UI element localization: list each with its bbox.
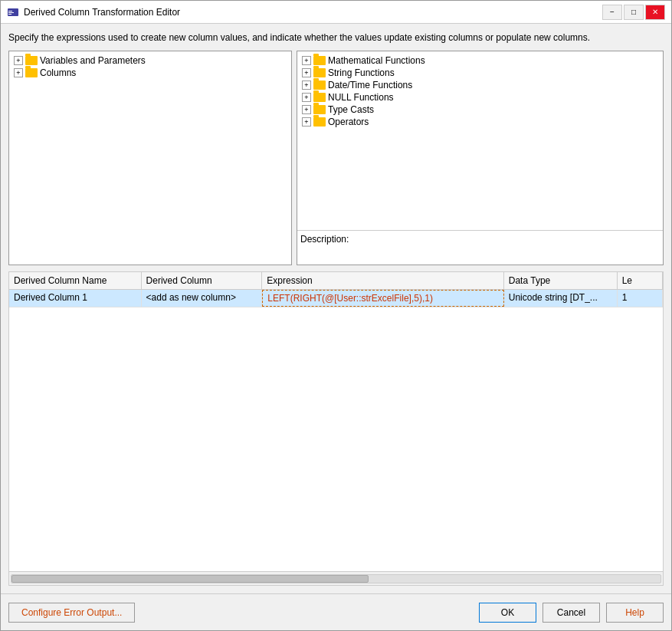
folder-icon-columns — [25, 68, 38, 77]
expand-operators-icon[interactable]: + — [302, 117, 311, 127]
minimize-button[interactable]: − — [602, 5, 622, 20]
expand-variables-icon[interactable]: + — [14, 56, 23, 65]
left-panel[interactable]: + Variables and Parameters + Columns — [8, 51, 292, 265]
description-label: Description: — [300, 234, 660, 245]
datetime-label: Date/Time Functions — [328, 80, 412, 90]
tree-item-columns[interactable]: + Columns — [12, 67, 288, 79]
window-title: Derived Column Transformation Editor — [24, 7, 180, 18]
tree-item-math[interactable]: + Mathematical Functions — [300, 54, 660, 67]
title-bar: Derived Column Transformation Editor − □… — [1, 1, 671, 24]
title-buttons: − □ ✕ — [602, 5, 665, 20]
ok-button[interactable]: OK — [479, 603, 536, 623]
grid-body[interactable]: Derived Column 1 <add as new column> LEF… — [9, 290, 663, 571]
configure-error-button[interactable]: Configure Error Output... — [8, 603, 135, 623]
folder-icon-null — [313, 93, 326, 102]
folder-icon-variables — [25, 56, 38, 65]
folder-icon-math — [313, 56, 326, 65]
cell-derived[interactable]: <add as new column> — [142, 290, 263, 307]
variables-label: Variables and Parameters — [40, 55, 146, 66]
content-area: Specify the expressions used to create n… — [1, 24, 671, 593]
cell-datatype[interactable]: Unicode string [DT_... — [504, 290, 618, 307]
svg-rect-1 — [8, 11, 12, 12]
col-header-expression: Expression — [262, 272, 503, 289]
svg-rect-3 — [8, 14, 11, 15]
col-header-datatype: Data Type — [504, 272, 618, 289]
tree-item-null[interactable]: + NULL Functions — [300, 91, 660, 104]
tree-item-variables[interactable]: + Variables and Parameters — [12, 54, 288, 67]
folder-icon-typecasts — [313, 105, 326, 114]
close-button[interactable]: ✕ — [645, 5, 665, 20]
expand-typecasts-icon[interactable]: + — [302, 105, 311, 114]
tree-item-datetime[interactable]: + Date/Time Functions — [300, 79, 660, 91]
right-panel-tree[interactable]: + Mathematical Functions + String Functi… — [297, 51, 663, 230]
folder-icon-string — [313, 68, 326, 77]
math-label: Mathematical Functions — [328, 55, 425, 66]
tree-item-typecasts[interactable]: + Type Casts — [300, 104, 660, 116]
expand-null-icon[interactable]: + — [302, 93, 311, 102]
expand-columns-icon[interactable]: + — [14, 68, 23, 77]
cell-length[interactable]: 1 — [618, 290, 663, 307]
tree-item-string[interactable]: + String Functions — [300, 67, 660, 79]
cell-expression[interactable]: LEFT(RIGHT(@[User::strExcelFile],5),1) — [262, 290, 503, 307]
header-description: Specify the expressions used to create n… — [8, 31, 664, 44]
null-label: NULL Functions — [328, 92, 394, 103]
folder-icon-datetime — [313, 81, 326, 90]
help-button[interactable]: Help — [606, 603, 664, 623]
col-header-derived: Derived Column — [142, 272, 263, 289]
tree-item-operators[interactable]: + Operators — [300, 116, 660, 128]
horizontal-scrollbar[interactable] — [11, 574, 661, 583]
title-bar-left: Derived Column Transformation Editor — [7, 6, 180, 18]
expand-datetime-icon[interactable]: + — [302, 81, 311, 90]
main-window: Derived Column Transformation Editor − □… — [0, 0, 672, 631]
columns-label: Columns — [40, 67, 76, 78]
footer: Configure Error Output... OK Cancel Help — [1, 593, 671, 630]
window-icon — [7, 6, 19, 18]
horizontal-scrollbar-row — [9, 571, 663, 585]
col-header-name: Derived Column Name — [9, 272, 142, 289]
empty-grid-area — [9, 307, 663, 461]
expand-math-icon[interactable]: + — [302, 56, 311, 65]
folder-icon-operators — [313, 117, 326, 127]
cell-name[interactable]: Derived Column 1 — [9, 290, 142, 307]
operators-label: Operators — [328, 117, 369, 127]
cancel-button[interactable]: Cancel — [543, 603, 600, 623]
table-row[interactable]: Derived Column 1 <add as new column> LEF… — [9, 290, 663, 307]
footer-left: Configure Error Output... — [8, 603, 135, 623]
panels-row: + Variables and Parameters + Columns + M… — [8, 51, 664, 265]
svg-rect-2 — [8, 12, 14, 13]
string-label: String Functions — [328, 67, 395, 78]
typecasts-label: Type Casts — [328, 104, 374, 115]
description-section: Description: — [297, 230, 663, 265]
footer-right: OK Cancel Help — [479, 603, 664, 623]
maximize-button[interactable]: □ — [624, 5, 644, 20]
right-panel: + Mathematical Functions + String Functi… — [297, 51, 664, 265]
expand-string-icon[interactable]: + — [302, 68, 311, 77]
scrollbar-thumb[interactable] — [11, 575, 369, 583]
grid-section: Derived Column Name Derived Column Expre… — [8, 271, 664, 586]
col-header-length: Le — [618, 272, 663, 289]
grid-header: Derived Column Name Derived Column Expre… — [9, 272, 663, 290]
